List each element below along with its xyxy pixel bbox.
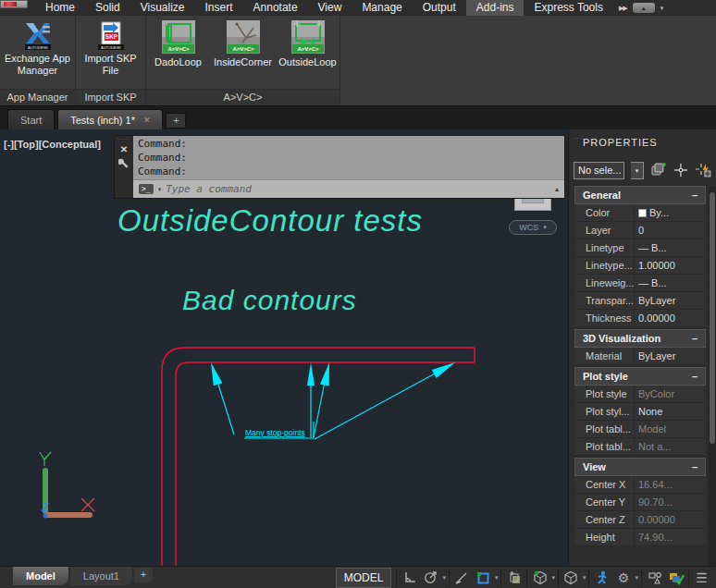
command-settings-wrench-icon[interactable] [118, 158, 130, 169]
collapse-section-icon[interactable]: – [692, 190, 697, 201]
isolate-objects-button[interactable] [644, 568, 665, 588]
snap-mode-button[interactable] [420, 568, 441, 588]
panel-footer-avc[interactable]: A>V>C> [146, 89, 339, 105]
customization-button[interactable]: ☰ [691, 568, 712, 588]
selection-dropdown-caret-icon[interactable]: ▾ [631, 162, 645, 179]
property-row-height[interactable]: Height 74.90... [574, 529, 706, 546]
command-history[interactable]: Command: Command: Command: [133, 136, 564, 179]
menu-tab-output[interactable]: Output [413, 0, 466, 16]
outsideloop-button[interactable]: A>V>C> OutsideLoop [278, 18, 339, 67]
new-drawing-tab-button[interactable]: + [166, 113, 186, 129]
outsideloop-label: OutsideLoop [278, 56, 336, 67]
palette-grip-icon[interactable]: ····· [573, 136, 580, 140]
drag-grip-icon[interactable]: ····· [117, 137, 130, 141]
insidecorner-button[interactable]: A>V>C> InsideCorner [213, 18, 274, 67]
section-title: 3D Visualization [583, 333, 660, 344]
toggle-pickadd-icon[interactable] [650, 163, 667, 178]
grid-display-button[interactable] [399, 568, 420, 588]
properties-header[interactable]: ····· PROPERTIES [569, 129, 716, 154]
property-row-thickness[interactable]: Thickness 0.00000 [574, 310, 706, 327]
exchange-app-manager-label: Exchange App Manager [4, 53, 72, 77]
menu-tab-express-tools[interactable]: Express Tools [524, 0, 612, 16]
new-layout-button[interactable]: + [134, 568, 153, 582]
file-tab-tests[interactable]: Tests (inch) 1* ✕ [57, 109, 163, 129]
ribbon-collapse-button[interactable]: ▴ [633, 3, 655, 13]
snap-mode-caret-icon[interactable]: ▾ [442, 574, 446, 582]
command-expand-caret-icon[interactable]: ▴ [555, 185, 559, 193]
annotation-monitor-button[interactable] [591, 568, 612, 588]
ribbon-collapse-caret-icon[interactable]: ▾ [660, 5, 664, 12]
3d-object-snap-caret-icon[interactable]: ▾ [551, 574, 555, 582]
panel-footer-app-manager[interactable]: App Manager [0, 89, 75, 105]
drawing-annotation-text: Many stop-points [245, 428, 305, 437]
object-snap-button[interactable] [473, 568, 494, 588]
select-objects-icon[interactable] [673, 163, 688, 178]
property-row-material[interactable]: Material ByLayer [574, 348, 706, 365]
ribbon-overflow-icon[interactable]: ▶▶ [619, 5, 627, 12]
section-header-3d-visualization[interactable]: 3D Visualization – [574, 329, 706, 348]
dynamic-ucs-button[interactable] [561, 568, 582, 588]
menu-tab-home[interactable]: Home [35, 0, 85, 16]
property-row-color[interactable]: Color By... [574, 204, 706, 222]
model-tab[interactable]: Model [13, 567, 68, 585]
quick-select-icon[interactable] [695, 163, 711, 178]
property-row-layer[interactable]: Layer 0 [574, 222, 706, 239]
property-row-lineweight[interactable]: Lineweig... — B... [574, 275, 706, 292]
selection-cycling-button[interactable] [503, 568, 525, 588]
property-row-plot-table-attached[interactable]: Plot tabl... Model [574, 421, 706, 438]
property-row-plot-table-type[interactable]: Plot tabl... Not a... [574, 438, 706, 456]
model-space-button[interactable]: MODEL [336, 568, 392, 588]
exchange-app-manager-button[interactable]: AUTODESK Exchange App Manager [4, 18, 72, 77]
section-header-general[interactable]: General – [574, 186, 706, 204]
viewport-controls[interactable]: [-][Top][Conceptual] [4, 139, 101, 150]
file-tab-start[interactable]: Start [7, 109, 55, 129]
menu-tab-manage[interactable]: Manage [352, 0, 412, 16]
collapse-section-icon[interactable]: – [692, 371, 697, 382]
wcs-dropdown[interactable]: WCS ▾ [509, 220, 557, 235]
ucs-icon[interactable]: Z [40, 452, 94, 519]
3d-object-snap-button[interactable] [529, 568, 550, 588]
property-row-linetype[interactable]: Linetype — B... [574, 239, 706, 257]
graphics-performance-button[interactable] [665, 568, 686, 588]
panel-footer-import-skp[interactable]: Import SKP [76, 89, 145, 105]
property-row-linetype-scale[interactable]: Linetype... 1.00000 [574, 257, 706, 275]
section-title: View [583, 461, 606, 472]
dadoloop-label: DadoLoop [154, 56, 202, 67]
selection-dropdown[interactable]: No sele... [574, 162, 624, 179]
properties-scrollbar-thumb[interactable] [710, 192, 715, 444]
section-header-view[interactable]: View – [574, 458, 706, 476]
collapse-section-icon[interactable]: – [692, 333, 697, 344]
layout1-tab[interactable]: Layout1 [70, 567, 132, 585]
command-window[interactable]: ····· ✕ Command: Command: Command: >_ ▾ … [115, 136, 564, 198]
dynamic-ucs-caret-icon[interactable]: ▾ [583, 574, 586, 582]
command-input[interactable]: >_ ▾ Type a command ▴ [133, 179, 564, 198]
property-row-center-y[interactable]: Center Y 90.70... [574, 494, 706, 511]
file-tab-close-icon[interactable]: ✕ [143, 116, 151, 125]
drawing-canvas[interactable]: [-][Top][Conceptual] ····· ✕ Command: Co… [0, 129, 568, 566]
property-row-center-x[interactable]: Center X 16.64... [574, 476, 706, 494]
command-close-icon[interactable]: ✕ [120, 144, 128, 154]
ribbon-panel-avc: A>V>C> DadoLoop A>V>C> InsideCorner [146, 16, 340, 105]
menu-tab-annotate[interactable]: Annotate [243, 0, 308, 16]
dadoloop-button[interactable]: A>V>C> DadoLoop [148, 18, 209, 67]
collapse-section-icon[interactable]: – [692, 461, 697, 472]
workspace-settings-caret-icon[interactable]: ▾ [635, 574, 638, 582]
menu-tab-visualize[interactable]: Visualize [130, 0, 195, 16]
object-snap-caret-icon[interactable]: ▾ [495, 574, 499, 582]
property-row-plot-style[interactable]: Plot style ByColor [574, 386, 706, 403]
menu-tab-solid[interactable]: Solid [85, 0, 130, 16]
import-skp-file-button[interactable]: SKP AUTODESK Import SKP File [77, 18, 145, 77]
recent-commands-caret-icon[interactable]: ▾ [158, 186, 162, 193]
menu-tab-insert[interactable]: Insert [195, 0, 243, 16]
menu-tab-view[interactable]: View [308, 0, 352, 16]
property-row-plot-style-table[interactable]: Plot styl... None [574, 403, 706, 421]
red-contour-polyline[interactable] [162, 348, 475, 566]
property-row-center-z[interactable]: Center Z 0.00000 [574, 511, 706, 529]
app-button[interactable] [0, 0, 28, 8]
property-row-transparency[interactable]: Transpar... ByLayer [574, 292, 706, 310]
section-header-plot-style[interactable]: Plot style – [574, 367, 706, 386]
command-window-grip[interactable]: ····· ✕ [115, 136, 133, 198]
menu-tab-add-ins[interactable]: Add-ins [466, 0, 525, 16]
polar-tracking-button[interactable] [451, 568, 473, 588]
workspace-settings-button[interactable]: ⚙ [612, 568, 634, 588]
